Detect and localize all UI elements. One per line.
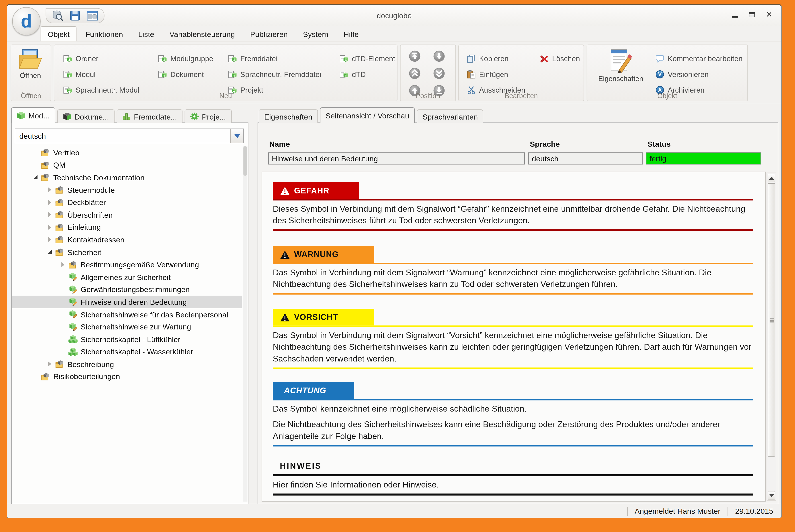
- tree-item-sicherheitshinweise-bedienpersonal[interactable]: Sicherheitshinweise für das Bedienperson…: [12, 308, 242, 321]
- maximize-button[interactable]: [747, 10, 757, 19]
- folder-cube-icon: [41, 373, 50, 381]
- tab-projekte[interactable]: Proje...: [184, 109, 232, 123]
- language-filter-dropdown[interactable]: deutsch: [15, 129, 244, 144]
- tree-item-allgemeines-zur-sicherheit[interactable]: Allgemeines zur Sicherheit: [12, 271, 242, 283]
- open-button[interactable]: Öffnen: [18, 49, 42, 79]
- comment-bubble-icon: [655, 55, 664, 63]
- module-pencil-icon: [68, 310, 77, 318]
- new-fremddatei-button[interactable]: Fremddatei: [228, 52, 278, 65]
- move-down-fast-button[interactable]: [433, 67, 445, 79]
- version-button[interactable]: Versionieren: [655, 68, 708, 81]
- maximize-icon: [749, 12, 755, 17]
- tree-scrollbar-thumb[interactable]: [243, 146, 247, 176]
- tree-item-sicherheitskapitel-lueftkuehler[interactable]: Sicherheitskapitel - Lüftkühler: [12, 333, 242, 345]
- logged-in-user: Angemeldet Hans Muster: [635, 507, 720, 515]
- menu-tab-publizieren[interactable]: Publizieren: [243, 27, 294, 42]
- tree-item-sicherheitskapitel-wasserkuehler[interactable]: Sicherheitskapitel - Wasserkühler: [12, 345, 242, 358]
- tree-item-ueberschriften[interactable]: Überschriften: [12, 209, 242, 221]
- tab-fremddateien[interactable]: Fremddate...: [116, 109, 182, 123]
- expand-expander-icon[interactable]: [44, 233, 55, 246]
- menu-tab-variablensteuerung[interactable]: Variablensteuerung: [163, 27, 241, 42]
- new-dtd-button[interactable]: dTD: [340, 68, 366, 81]
- move-down-button[interactable]: [433, 50, 445, 62]
- window-title: docuglobe: [7, 5, 781, 26]
- collapse-expander-icon[interactable]: [30, 171, 41, 184]
- minimize-button[interactable]: [729, 10, 740, 19]
- name-input[interactable]: Hinweise und deren Bedeutung: [268, 152, 525, 165]
- tab-sprachvarianten[interactable]: Sprachvarianten: [417, 109, 484, 123]
- new-dokument-label: Dokument: [170, 70, 204, 78]
- edit-comment-button[interactable]: Kommentar bearbeiten: [655, 52, 742, 65]
- window-layout-icon[interactable]: [87, 10, 98, 21]
- scroll-up-button[interactable]: [767, 174, 775, 182]
- hinweis-rule-bottom: [273, 494, 753, 495]
- expand-expander-icon[interactable]: [57, 259, 68, 271]
- preview-panel: Name Sprache Status Hinweise und deren B…: [257, 122, 778, 505]
- new-sprachneutr-fremddatei-button[interactable]: Sprachneutr. Fremddatei: [228, 68, 321, 81]
- tab-dokumente[interactable]: Dokume...: [57, 109, 114, 123]
- collapse-expander-icon[interactable]: [44, 246, 55, 259]
- tree-item-kontaktadressen[interactable]: Kontaktadressen: [12, 233, 242, 246]
- copy-button[interactable]: Kopieren: [467, 52, 509, 65]
- tab-eigenschaften[interactable]: Eigenschaften: [259, 109, 318, 123]
- tree-item-sicherheitshinweise-wartung[interactable]: Sicherheitshinweise zur Wartung: [12, 321, 242, 333]
- menu-tab-system[interactable]: System: [296, 27, 335, 42]
- menu-tab-liste[interactable]: Liste: [132, 27, 161, 42]
- tree-item-sicherheit[interactable]: Sicherheit: [12, 246, 242, 259]
- tree-item-beschreibung[interactable]: Beschreibung: [12, 358, 242, 370]
- move-to-top-button[interactable]: [409, 50, 421, 62]
- new-dtd-element-button[interactable]: dTD-Element: [340, 52, 395, 65]
- new-ordner-button[interactable]: Ordner: [63, 52, 98, 65]
- statusbar-divider: [627, 507, 628, 515]
- new-modul-button[interactable]: Modul: [63, 68, 95, 81]
- tab-seitenansicht-vorschau[interactable]: Seitenansicht / Vorschau: [320, 107, 415, 123]
- expand-expander-icon[interactable]: [44, 221, 55, 233]
- warnung-badge: WARNUNG: [273, 246, 374, 263]
- menu-tab-funktionen[interactable]: Funktionen: [79, 27, 130, 42]
- tree-item-label: Gerwährleistungsbestimmungen: [81, 285, 189, 294]
- expand-expander-icon[interactable]: [44, 184, 55, 196]
- tree-item-label: Risikobeurteilungen: [53, 373, 120, 381]
- tree-scrollbar[interactable]: [243, 146, 247, 501]
- preview-scrollbar[interactable]: [767, 172, 776, 500]
- tree-item-steuermodule[interactable]: Steuermodule: [12, 184, 242, 196]
- tree-item-gewaehrleistungsbestimmungen[interactable]: Gerwährleistungsbestimmungen: [12, 283, 242, 296]
- tree-item-hinweise-und-deren-bedeutung[interactable]: Hinweise und deren Bedeutung: [12, 296, 242, 308]
- preview-scrollbar-thumb[interactable]: [767, 183, 775, 457]
- close-button[interactable]: ✕: [764, 10, 774, 19]
- tree-item-vertrieb[interactable]: Vertrieb: [12, 146, 242, 159]
- dropdown-arrow-icon[interactable]: [230, 129, 243, 143]
- properties-button[interactable]: Eigenschaften: [598, 49, 643, 82]
- expand-expander-icon[interactable]: [44, 196, 55, 209]
- app-menu-button[interactable]: d: [12, 7, 40, 35]
- tree-item-bestimmungsgemaesse-verwendung[interactable]: Bestimmungsgemäße Verwendung: [12, 259, 242, 271]
- save-icon[interactable]: [70, 10, 81, 21]
- tab-module[interactable]: Mod...: [11, 107, 55, 123]
- language-input[interactable]: deutsch: [528, 152, 643, 165]
- menu-tab-hilfe[interactable]: Hilfe: [337, 27, 365, 42]
- database-search-icon[interactable]: [52, 10, 63, 21]
- right-panel-tabs: Eigenschaften Seitenansicht / Vorschau S…: [259, 107, 486, 123]
- new-dtd-icon: [340, 70, 348, 78]
- tree-item-label: Einleitung: [68, 223, 101, 231]
- scroll-down-button[interactable]: [767, 491, 775, 500]
- tree-item-label: Steuermodule: [68, 186, 115, 194]
- new-modulgruppe-button[interactable]: Modulgruppe: [158, 52, 213, 65]
- group-label-neu: Neu: [54, 92, 397, 100]
- menu-tab-objekt[interactable]: Objekt: [40, 26, 77, 41]
- move-up-fast-button[interactable]: [409, 67, 421, 79]
- edit-comment-label: Kommentar bearbeiten: [668, 55, 743, 63]
- tree-item-einleitung[interactable]: Einleitung: [12, 221, 242, 233]
- expand-expander-icon[interactable]: [44, 209, 55, 221]
- tree-item-deckblaetter[interactable]: Deckblätter: [12, 196, 242, 209]
- delete-button[interactable]: Löschen: [540, 52, 580, 65]
- tree-item-risikobeurteilungen[interactable]: Risikobeurteilungen: [12, 370, 242, 383]
- module-group-icon: [68, 335, 77, 343]
- tree-item-qm[interactable]: QM: [12, 159, 242, 171]
- expand-expander-icon[interactable]: [44, 358, 55, 370]
- status-field-label: Status: [648, 140, 671, 149]
- new-dokument-button[interactable]: Dokument: [158, 68, 204, 81]
- paste-button[interactable]: Einfügen: [467, 68, 508, 81]
- achtung-rule-bottom: [273, 445, 753, 446]
- tree-item-technische-dokumentation[interactable]: Technische Dokumentation: [12, 171, 242, 184]
